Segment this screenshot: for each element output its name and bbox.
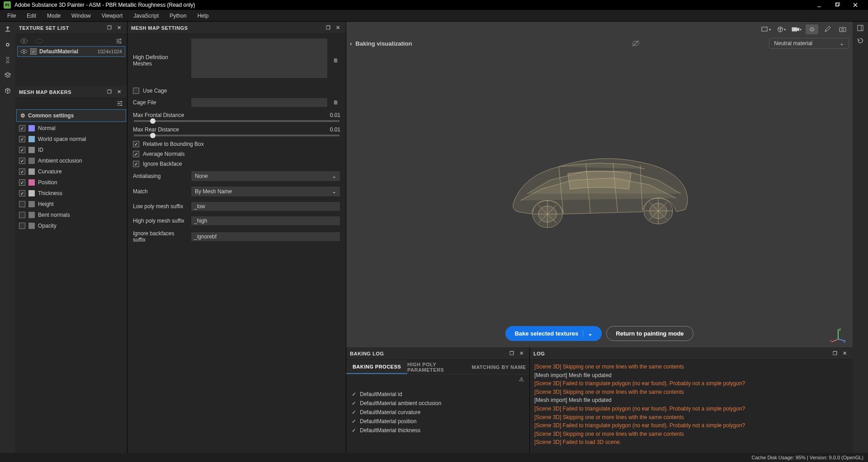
baker-row[interactable]: Thickness [15, 188, 127, 199]
mesh-preview[interactable] [346, 22, 853, 347]
eye-outline-icon[interactable] [35, 38, 43, 44]
baker-checkbox[interactable] [19, 147, 25, 153]
menu-window[interactable]: Window [66, 11, 96, 21]
relative-bbox-checkbox[interactable] [133, 141, 139, 147]
panel-toggle-icon[interactable] [857, 24, 864, 32]
camera-icon[interactable]: ▾ [790, 24, 803, 34]
antialiasing-select[interactable]: None⌄ [191, 171, 340, 182]
baker-checkbox[interactable] [19, 201, 25, 207]
eye-icon[interactable] [20, 49, 28, 54]
baker-row[interactable]: Curvature [15, 166, 127, 177]
texture-set-item[interactable]: ✓ DefaultMaterial 1024x1024 [17, 46, 125, 57]
undock-icon[interactable]: ❐ [831, 350, 839, 357]
check-icon: ✓ [352, 427, 356, 434]
axis-gizmo[interactable]: y x z [830, 327, 846, 343]
cage-file-field[interactable] [191, 98, 328, 107]
baker-row[interactable]: Ambient occlusion [15, 155, 127, 166]
undock-icon[interactable]: ❐ [508, 350, 516, 357]
baker-checkbox[interactable] [19, 179, 25, 186]
settings-lines-icon[interactable] [116, 100, 123, 107]
ignore-bf-suffix-label: Ignore backfaces suffix [133, 230, 187, 243]
svg-line-43 [832, 339, 838, 342]
texture-set-resolution: 1024x1024 [98, 49, 122, 54]
close-icon[interactable]: ✕ [518, 350, 526, 357]
hd-meshes-dropzone[interactable] [191, 38, 328, 79]
render-mode-icon[interactable] [806, 24, 818, 34]
baker-checkbox[interactable] [19, 158, 25, 164]
undock-icon[interactable]: ❐ [105, 25, 113, 31]
hourglass-icon[interactable] [3, 55, 13, 65]
tab-baking-process[interactable]: BAKING PROCESS [346, 360, 407, 374]
menu-python[interactable]: Python [164, 11, 192, 21]
tab-high-poly-parameters[interactable]: HIGH POLY PARAMETERS [407, 360, 468, 374]
menu-javascript[interactable]: JavaScript [128, 11, 164, 21]
baking-visualization-toggle[interactable]: › Baking visualization [350, 40, 412, 47]
minimize-button[interactable] [810, 0, 828, 10]
baker-checkbox[interactable] [19, 212, 25, 218]
settings-lines-icon[interactable] [115, 38, 123, 44]
export-icon[interactable] [3, 24, 13, 34]
layers-icon[interactable] [3, 70, 13, 80]
svg-point-11 [120, 42, 121, 44]
maximize-button[interactable] [828, 0, 846, 10]
cube-icon[interactable] [3, 86, 13, 96]
close-icon[interactable]: ✕ [115, 25, 123, 31]
baker-row[interactable]: Normal [15, 123, 127, 134]
eye-off-icon[interactable] [631, 40, 640, 47]
baker-row[interactable]: Opacity [15, 220, 127, 231]
baker-row[interactable]: Position [15, 177, 127, 188]
hd-meshes-label: High Definition Meshes [133, 54, 187, 67]
gear-icon: ⚙ [20, 112, 25, 119]
screenshot-icon[interactable] [836, 24, 849, 34]
baker-swatch-icon [28, 190, 35, 197]
close-icon[interactable]: ✕ [115, 89, 123, 95]
average-normals-checkbox[interactable] [133, 151, 139, 157]
close-button[interactable] [846, 0, 864, 10]
undock-icon[interactable]: ❐ [324, 25, 332, 31]
menu-edit[interactable]: Edit [21, 11, 42, 21]
brush-icon[interactable] [821, 24, 834, 34]
baker-row[interactable]: Bent normals [15, 210, 127, 220]
perspective-icon[interactable]: ▾ [760, 24, 772, 34]
menu-mode[interactable]: Mode [42, 11, 66, 21]
return-to-painting-mode-button[interactable]: Return to painting mode [606, 326, 693, 341]
close-icon[interactable]: ✕ [334, 25, 342, 31]
menu-help[interactable]: Help [192, 11, 214, 21]
ignore-bf-suffix-field[interactable]: _ignorebf [191, 232, 340, 242]
baker-checkbox[interactable] [19, 136, 25, 142]
cube-view-icon[interactable]: ▾ [775, 24, 788, 34]
max-rear-slider[interactable] [134, 135, 340, 136]
file-browse-icon[interactable]: 🗎 [331, 99, 340, 106]
baker-checkbox[interactable] [19, 190, 25, 196]
tab-matching-by-name[interactable]: MATCHING BY NAME [468, 360, 529, 374]
close-icon[interactable]: ✕ [841, 350, 849, 357]
baker-row[interactable]: World space normal [15, 134, 127, 145]
baker-common-settings[interactable]: ⚙ Common settings [16, 109, 126, 122]
bake-selected-textures-button[interactable]: Bake selected textures ⌄ [505, 326, 602, 341]
link-icon[interactable] [3, 40, 13, 50]
max-rear-value[interactable]: 0.01 [330, 126, 340, 133]
baker-checkbox[interactable] [19, 168, 25, 175]
use-cage-checkbox[interactable] [133, 88, 139, 94]
baker-checkbox[interactable] [19, 125, 25, 131]
ignore-backface-checkbox[interactable] [133, 161, 139, 167]
viewport-3d[interactable]: ▾ ▾ ▾ › Baking visualization Neutral mat… [346, 22, 853, 347]
material-select[interactable]: Neutral material ⌄ [769, 38, 849, 49]
texture-set-checkbox[interactable]: ✓ [30, 48, 37, 55]
file-browse-icon[interactable]: 🗎 [331, 57, 340, 64]
warning-icon[interactable]: ⚠ [519, 376, 524, 383]
low-suffix-field[interactable]: _low [191, 201, 340, 211]
baker-row[interactable]: ID [15, 145, 127, 155]
high-suffix-field[interactable]: _high [191, 216, 340, 226]
history-icon[interactable] [857, 37, 864, 44]
baker-checkbox[interactable] [19, 223, 25, 229]
match-select[interactable]: By Mesh Name⌄ [191, 186, 340, 197]
menu-viewport[interactable]: Viewport [96, 11, 128, 21]
max-frontal-value[interactable]: 0.01 [330, 112, 340, 118]
eye-visible-icon[interactable] [20, 38, 28, 44]
menu-file[interactable]: File [2, 11, 21, 21]
undock-icon[interactable]: ❐ [105, 89, 113, 95]
baker-row[interactable]: Height [15, 199, 127, 210]
chevron-down-icon[interactable]: ⌄ [583, 330, 593, 337]
max-frontal-slider[interactable] [134, 120, 340, 122]
